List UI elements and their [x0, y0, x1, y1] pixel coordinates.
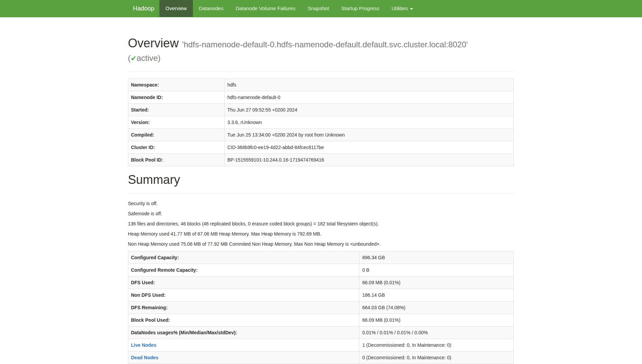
row-value: 0 B [359, 264, 514, 276]
row-label: Version: [128, 116, 225, 129]
state-paren-close: ) [158, 53, 160, 63]
navbar-link-label: Overview [165, 5, 187, 11]
row-value: 664.03 GB (74.08%) [359, 301, 514, 314]
row-label: Block Pool Used: [128, 314, 359, 326]
state-paren-open: ( [128, 53, 131, 63]
divider [128, 193, 514, 194]
row-value: 3.3.6, rUnknown [224, 116, 513, 129]
row-label-text: Version: [131, 120, 150, 125]
row-label-text: Block Pool ID: [131, 157, 163, 163]
navbar-link[interactable]: Datanodes [193, 0, 230, 17]
row-label: Dead Nodes [128, 351, 359, 364]
navbar-link[interactable]: Utilities [385, 0, 419, 17]
table-row: Dead Nodes 0 (Decommissioned: 0, In Main… [128, 351, 514, 364]
navbar-item: Startup Progress [335, 0, 385, 17]
row-label-text[interactable]: Live Nodes [131, 342, 156, 348]
navbar-link[interactable]: Overview [159, 0, 193, 17]
table-row: DFS Remaining: 664.03 GB (74.08%) [128, 301, 514, 314]
row-label-text: Configured Capacity: [131, 255, 179, 260]
row-label-text: Configured Remote Capacity: [131, 267, 198, 273]
row-label: DFS Used: [128, 276, 359, 289]
row-value: 0.01% / 0.01% / 0.01% / 0.00% [359, 326, 514, 339]
namenode-host: 'hdfs-namenode-default-0.hdfs-namenode-d… [182, 40, 468, 49]
summary-line: Non Heap Memory used 75.06 MB of 77.92 M… [128, 241, 514, 248]
navbar-item: Overview [159, 0, 193, 17]
row-value: hdfs [224, 79, 513, 91]
row-label-text: Compiled: [131, 132, 154, 138]
chevron-down-icon [410, 8, 413, 10]
row-label-text: Block Pool Used: [131, 317, 170, 323]
table-row: Namespace: hdfs [128, 79, 514, 91]
table-row: DataNodes usages% (Min/Median/Max/stdDev… [128, 326, 514, 339]
summary-heading: Summary [128, 173, 514, 187]
row-label-text[interactable]: Dead Nodes [131, 355, 158, 360]
state-label: active [137, 53, 158, 63]
row-label-text: Namespace: [131, 82, 159, 88]
table-row: Version: 3.3.6, rUnknown [128, 116, 514, 129]
table-row: Cluster ID: CID-368b9fc0-ee19-4d22-abbd-… [128, 141, 514, 154]
table-row: Started: Thu Jun 27 09:52:55 +0200 2024 [128, 104, 514, 116]
summary-line: Security is off. [128, 200, 514, 207]
row-label-text: Started: [131, 107, 149, 113]
row-label: Block Pool ID: [128, 154, 225, 166]
navbar-link-label: Startup Progress [341, 5, 379, 11]
main-content: Overview 'hdfs-namenode-default-0.hdfs-n… [123, 36, 519, 364]
active-check-icon: ✔ [131, 54, 137, 62]
navbar-link-label: Datanodes [199, 5, 224, 11]
row-value: 66.09 MB (0.01%) [359, 314, 514, 326]
table-row: Namenode ID: hdfs-namenode-default-0 [128, 91, 514, 104]
row-label-text: DFS Used: [131, 280, 155, 285]
summary-line: Heap Memory used 41.77 MB of 87.06 MB He… [128, 231, 514, 238]
page-title-text: Overview [128, 36, 179, 50]
row-label: DataNodes usages% (Min/Median/Max/stdDev… [128, 326, 359, 339]
navbar-menu: Overview Datanodes Datanode Volume Failu… [159, 0, 419, 17]
row-value: hdfs-namenode-default-0 [224, 91, 513, 104]
table-row: Configured Capacity: 896.34 GB [128, 251, 514, 264]
navbar-link[interactable]: Snapshot [302, 0, 335, 17]
row-label: Non DFS Used: [128, 289, 359, 301]
navbar-link[interactable]: Datanode Volume Failures [229, 0, 302, 17]
navbar-link-label: Datanode Volume Failures [236, 5, 295, 11]
row-value: 186.14 GB [359, 289, 514, 301]
summary-table: Configured Capacity: 896.34 GB Configure… [128, 251, 514, 364]
row-value: 1 (Decommissioned: 0, In Maintenance: 0) [359, 339, 514, 351]
table-row: Compiled: Tue Jun 25 13:34:00 +0200 2024… [128, 129, 514, 141]
brand-hadoop[interactable]: Hadoop [128, 0, 159, 17]
row-label: Compiled: [128, 129, 225, 141]
row-label: Live Nodes [128, 339, 359, 351]
row-value: 66.09 MB (0.01%) [359, 276, 514, 289]
namenode-state: (✔active) [128, 52, 514, 65]
row-label: Namenode ID: [128, 91, 225, 104]
row-label-text: DataNodes usages% (Min/Median/Max/stdDev… [131, 330, 237, 335]
navbar-item: Datanodes [193, 0, 230, 17]
cluster-info-table: Namespace: hdfs Namenode ID: hdfs-nameno… [128, 78, 514, 166]
row-label-text: DFS Remaining: [131, 305, 168, 310]
navbar-link-label: Snapshot [308, 5, 329, 11]
table-row: Block Pool ID: BP-1515559101-10.244.0.16… [128, 154, 514, 166]
row-label-text: Cluster ID: [131, 145, 155, 150]
navbar-item: Utilities [385, 0, 419, 17]
summary-text-block: Security is off.Safemode is off.136 file… [128, 200, 514, 248]
row-value: Tue Jun 25 13:34:00 +0200 2024 by root f… [224, 129, 513, 141]
row-label-text: Namenode ID: [131, 95, 163, 100]
navbar-container: Hadoop Overview Datanodes Datanode Volum… [123, 0, 519, 17]
row-label: Started: [128, 104, 225, 116]
row-value: BP-1515559101-10.244.0.16-1719474769416 [224, 154, 513, 166]
row-label: Configured Capacity: [128, 251, 359, 264]
table-row: Block Pool Used: 66.09 MB (0.01%) [128, 314, 514, 326]
navbar-item: Datanode Volume Failures [229, 0, 302, 17]
table-row: DFS Used: 66.09 MB (0.01%) [128, 276, 514, 289]
summary-line: 136 files and directories, 46 blocks (46… [128, 221, 514, 227]
row-label: DFS Remaining: [128, 301, 359, 314]
table-row: Live Nodes 1 (Decommissioned: 0, In Main… [128, 339, 514, 351]
navbar: Hadoop Overview Datanodes Datanode Volum… [0, 0, 642, 17]
page-title: Overview 'hdfs-namenode-default-0.hdfs-n… [128, 36, 514, 65]
navbar-link[interactable]: Startup Progress [335, 0, 385, 17]
table-row: Non DFS Used: 186.14 GB [128, 289, 514, 301]
navbar-item: Snapshot [302, 0, 335, 17]
row-label: Cluster ID: [128, 141, 225, 154]
row-value: Thu Jun 27 09:52:55 +0200 2024 [224, 104, 513, 116]
navbar-link-label: Utilities [392, 5, 408, 11]
summary-table-wrap: Configured Capacity: 896.34 GB Configure… [128, 251, 514, 364]
summary-line: Safemode is off. [128, 211, 514, 217]
